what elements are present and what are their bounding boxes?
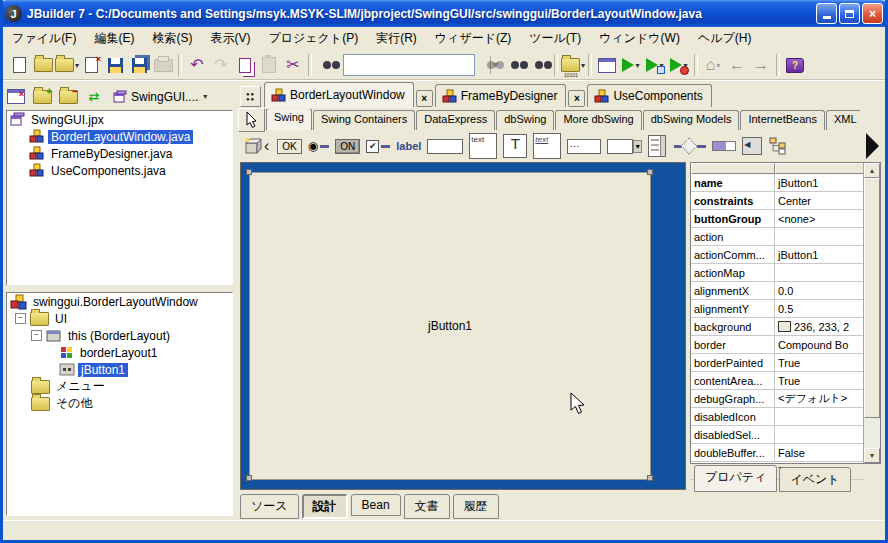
palette-jscrollpane[interactable] (742, 134, 762, 158)
property-value[interactable] (775, 264, 864, 281)
collapse-icon[interactable]: − (15, 313, 26, 324)
tree-node-other-folder[interactable]: その他 (7, 395, 232, 412)
minimize-button[interactable] (816, 3, 837, 24)
property-row[interactable]: buttonGroup<none> (691, 210, 864, 228)
menu-view[interactable]: 表示(V) (201, 27, 259, 50)
back-button[interactable]: ← (725, 53, 749, 77)
name-column-header[interactable] (691, 163, 775, 174)
remove-from-project-button[interactable]: − (58, 88, 78, 106)
property-value[interactable]: True (775, 354, 864, 371)
property-row[interactable]: alignmentY0.5 (691, 300, 864, 318)
menu-edit[interactable]: 編集(E) (85, 27, 143, 50)
property-value[interactable]: True (775, 372, 864, 389)
selection-handle-ne[interactable] (647, 169, 653, 175)
menu-help[interactable]: ヘルプ(H) (689, 27, 761, 50)
palette-jradiobutton[interactable]: ◉ (308, 134, 329, 158)
tab-history[interactable]: 履歴 (453, 494, 499, 519)
refresh-button[interactable]: ⇄ (84, 88, 104, 106)
palette-jtextfield[interactable] (427, 134, 463, 158)
tree-node-this-frame[interactable]: − this (BorderLayout) (7, 327, 232, 344)
property-value[interactable]: 236, 233, 2 (775, 318, 864, 335)
redo-button[interactable]: ↷ (209, 53, 233, 77)
undo-button[interactable]: ↶ (185, 53, 209, 77)
palette-jlist[interactable] (648, 134, 666, 158)
search-combobox[interactable]: ▼ (343, 54, 475, 76)
property-value[interactable] (775, 408, 864, 425)
panel-splitter[interactable] (3, 285, 235, 292)
title-bar[interactable]: J JBuilder 7 - C:/Documents and Settings… (0, 0, 888, 27)
palette-jpasswordfield[interactable]: ... (567, 134, 601, 158)
designed-jbutton[interactable]: jButton1 (249, 172, 651, 480)
tree-node-menu-folder[interactable]: メニュー (7, 378, 232, 395)
palette-tab-dbswing[interactable]: dbSwing (496, 110, 554, 130)
make-project-button[interactable]: 10101▾ (561, 53, 585, 77)
property-row[interactable]: alignmentX0.0 (691, 282, 864, 300)
property-value[interactable]: 0.5 (775, 300, 864, 317)
debug-button[interactable]: ▾ (643, 53, 667, 77)
palette-tab-swing[interactable]: Swing (266, 109, 312, 130)
bean-chooser-button[interactable] (240, 134, 264, 158)
palette-jscrollbar[interactable] (672, 134, 706, 158)
palette-jcombobox[interactable]: ▼ (607, 134, 642, 158)
inspector-scrollbar[interactable]: ▲ ▼ (863, 163, 880, 463)
run-dialog-button[interactable] (595, 53, 619, 77)
project-selector[interactable]: SwingGUI.... ▾ (110, 89, 210, 105)
find-button[interactable] (315, 53, 339, 77)
menu-tools[interactable]: ツール(T) (520, 27, 590, 50)
tab-layout-button[interactable]: ●●●● (240, 86, 261, 107)
close-project-button[interactable]: × (6, 88, 26, 106)
tab-framebydesigner[interactable]: FrameByDesigner (435, 84, 567, 107)
palette-jcheckbox[interactable]: ✔ (366, 134, 390, 158)
tree-node-file[interactable]: FrameByDesigner.java (7, 145, 232, 162)
close-tab-button[interactable]: × (568, 90, 585, 107)
scroll-up-button[interactable]: ▲ (864, 163, 880, 178)
paste-button[interactable] (257, 53, 281, 77)
scrollbar-thumb[interactable] (864, 178, 880, 418)
property-row[interactable]: contentArea...True (691, 372, 864, 390)
copy-button[interactable] (233, 53, 257, 77)
palette-tab-more-dbswing[interactable]: More dbSwing (555, 110, 641, 130)
close-file-button[interactable]: × (79, 53, 103, 77)
collapse-icon[interactable]: − (31, 330, 42, 341)
palette-tab-dbswing-models[interactable]: dbSwing Models (643, 110, 740, 130)
menu-wizard[interactable]: ウィザード(Z) (426, 27, 520, 50)
property-row[interactable]: doubleBuffer...False (691, 444, 864, 462)
print-button[interactable] (151, 53, 175, 77)
scroll-down-button[interactable]: ▼ (864, 448, 880, 463)
menu-run[interactable]: 実行(R) (367, 27, 426, 50)
palette-jeditorpane[interactable]: text (533, 134, 561, 158)
property-value[interactable] (775, 228, 864, 245)
palette-tab-dataexpress[interactable]: DataExpress (416, 110, 495, 130)
open-project-button[interactable]: ▾ (55, 53, 79, 77)
property-value[interactable]: <none> (775, 210, 864, 227)
property-value[interactable]: Center (775, 192, 864, 209)
search-input[interactable] (344, 56, 490, 74)
property-row[interactable]: actionComm...jButton1 (691, 246, 864, 264)
value-column-header[interactable] (775, 163, 864, 174)
property-value[interactable]: False (775, 444, 864, 461)
palette-scroll-left-icon[interactable]: ‹ (264, 137, 269, 155)
search-again-button[interactable] (479, 53, 503, 77)
property-value[interactable]: jButton1 (775, 246, 864, 263)
designer-canvas[interactable]: jButton1 (240, 162, 686, 490)
palette-jtextpane[interactable]: T (503, 134, 527, 158)
run-button[interactable]: ▾ (619, 53, 643, 77)
palette-tab-xml[interactable]: XML (826, 110, 860, 130)
tree-node-class-root[interactable]: swinggui.BorderLayoutWindow (7, 293, 232, 310)
tab-design[interactable]: 設計 (302, 494, 348, 519)
tree-node-borderlayout[interactable]: borderLayout1 (7, 344, 232, 361)
tab-doc[interactable]: 文書 (404, 494, 450, 519)
cut-button[interactable]: ✂ (281, 53, 305, 77)
tree-node-file[interactable]: BorderLayoutWindow.java (7, 128, 232, 145)
close-tab-button[interactable]: × (416, 90, 433, 107)
property-row[interactable]: disabledIcon (691, 408, 864, 426)
property-row[interactable]: borderPaintedTrue (691, 354, 864, 372)
menu-project[interactable]: プロジェクト(P) (259, 27, 367, 50)
tab-events[interactable]: イベント (779, 467, 850, 492)
save-all-button[interactable] (127, 53, 151, 77)
selection-tool-button[interactable] (238, 108, 265, 132)
forward-button[interactable]: → (749, 53, 773, 77)
tab-source[interactable]: ソース (240, 494, 299, 519)
property-row[interactable]: actionMap (691, 264, 864, 282)
tab-properties[interactable]: プロパティ (694, 465, 777, 492)
